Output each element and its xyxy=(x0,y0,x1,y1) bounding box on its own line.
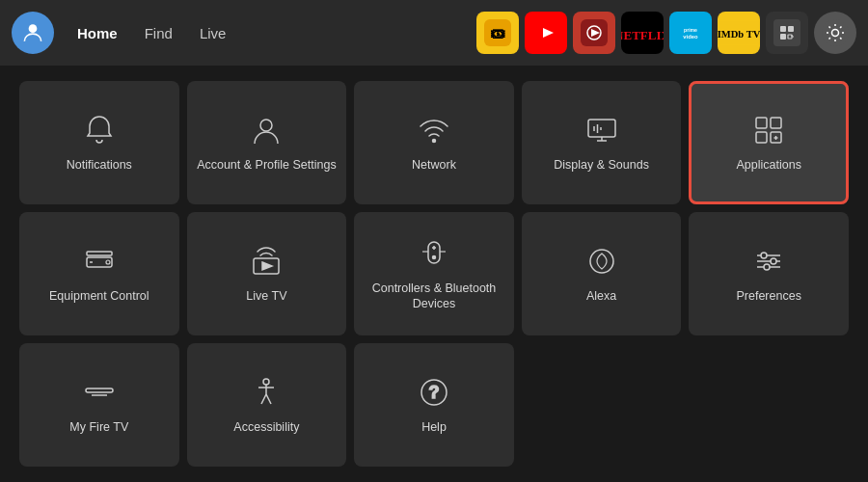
app-icons: 🎟 NETFLIX xyxy=(476,12,856,54)
alexa-tile[interactable]: Alexa xyxy=(522,212,682,335)
svg-rect-15 xyxy=(773,19,800,46)
accessibility-tile[interactable]: Accessibility xyxy=(187,343,347,467)
svg-point-56 xyxy=(764,264,770,270)
svg-rect-33 xyxy=(771,118,781,128)
display-sounds-tile[interactable]: Display & Sounds xyxy=(522,81,682,204)
accessibility-label: Accessibility xyxy=(233,419,299,435)
notifications-tile[interactable]: Notifications xyxy=(19,81,179,204)
svg-rect-57 xyxy=(86,388,113,392)
my-fire-tv-tile[interactable]: My Fire TV xyxy=(19,343,179,467)
controllers-bluetooth-label: Controllers & Bluetooth Devices xyxy=(362,281,506,312)
netflix-app-icon[interactable]: NETFLIX xyxy=(621,12,664,54)
svg-rect-22 xyxy=(822,19,849,46)
accessibility-icon xyxy=(249,375,284,410)
svg-rect-18 xyxy=(780,34,786,40)
preferences-tile[interactable]: Preferences xyxy=(689,212,849,335)
svg-text:video: video xyxy=(683,34,698,40)
alexa-icon xyxy=(584,244,619,279)
nav-find[interactable]: Find xyxy=(133,19,184,47)
equipment-control-tile[interactable]: Equipment Control xyxy=(19,212,179,335)
svg-point-54 xyxy=(761,253,767,258)
svg-rect-44 xyxy=(428,242,440,263)
svg-point-55 xyxy=(771,258,776,264)
preferences-icon xyxy=(751,244,786,279)
svg-marker-43 xyxy=(262,262,272,270)
svg-rect-26 xyxy=(588,120,615,137)
equipment-icon xyxy=(82,244,117,279)
nav-links: Home Find Live xyxy=(66,19,237,47)
equipment-control-label: Equipment Control xyxy=(49,288,149,304)
help-label: Help xyxy=(421,419,447,435)
network-tile[interactable]: Network xyxy=(354,81,514,204)
network-label: Network xyxy=(412,157,456,173)
svg-text:IMDb TV: IMDb TV xyxy=(718,29,760,40)
my-fire-tv-icon xyxy=(82,375,117,410)
live-tv-tile[interactable]: Live TV xyxy=(187,212,347,335)
svg-text:?: ? xyxy=(428,383,439,402)
imdb-app-icon[interactable]: IMDb TV xyxy=(718,12,760,54)
account-icon xyxy=(249,113,284,147)
svg-point-47 xyxy=(432,255,435,258)
alexa-label: Alexa xyxy=(586,288,616,304)
settings-grid: Notifications Account & Profile Settings… xyxy=(0,66,868,482)
svg-rect-32 xyxy=(756,118,767,128)
preferences-label: Preferences xyxy=(736,288,800,304)
help-icon: ? xyxy=(417,375,451,410)
live-tv-icon xyxy=(249,244,284,279)
svg-point-59 xyxy=(263,379,269,385)
svg-text:prime: prime xyxy=(684,27,697,33)
notifications-icon xyxy=(82,113,117,147)
live-tv-label: Live TV xyxy=(246,288,286,304)
grid-apps-icon[interactable] xyxy=(766,12,808,54)
controllers-bluetooth-tile[interactable]: Controllers & Bluetooth Devices xyxy=(354,212,514,335)
svg-text:NETFLIX: NETFLIX xyxy=(621,28,664,42)
account-profile-tile[interactable]: Account & Profile Settings xyxy=(187,81,347,204)
display-sounds-label: Display & Sounds xyxy=(554,157,649,173)
prime-video-app-icon[interactable]: prime video xyxy=(669,12,712,54)
nav-home[interactable]: Home xyxy=(66,19,129,47)
svg-rect-34 xyxy=(756,132,767,143)
svg-point-41 xyxy=(106,260,110,264)
topbar: Home Find Live 🎟 xyxy=(0,0,868,66)
notifications-label: Notifications xyxy=(67,157,132,173)
fandango-app-icon[interactable]: 🎟 xyxy=(476,12,519,54)
my-fire-tv-label: My Fire TV xyxy=(69,419,128,435)
applications-icon xyxy=(751,113,786,147)
svg-line-63 xyxy=(266,394,271,404)
nav-live[interactable]: Live xyxy=(188,19,238,47)
applications-tile[interactable]: Applications xyxy=(689,81,849,204)
svg-line-62 xyxy=(261,394,266,404)
svg-point-25 xyxy=(432,139,435,142)
controller-icon xyxy=(417,236,451,271)
svg-text:🎟: 🎟 xyxy=(490,25,505,41)
svg-rect-16 xyxy=(780,26,786,32)
avatar[interactable] xyxy=(12,12,54,54)
svg-point-24 xyxy=(260,120,272,131)
account-profile-label: Account & Profile Settings xyxy=(197,157,337,173)
settings-gear-icon[interactable] xyxy=(814,12,856,54)
svg-point-0 xyxy=(29,24,38,33)
network-icon xyxy=(417,113,451,147)
display-icon xyxy=(584,113,619,147)
svg-rect-17 xyxy=(788,26,794,32)
prime-movies-app-icon[interactable] xyxy=(573,12,615,54)
help-tile[interactable]: ? Help xyxy=(354,343,514,467)
applications-label: Applications xyxy=(736,157,800,173)
svg-rect-39 xyxy=(87,252,112,255)
youtube-app-icon[interactable] xyxy=(525,12,567,54)
